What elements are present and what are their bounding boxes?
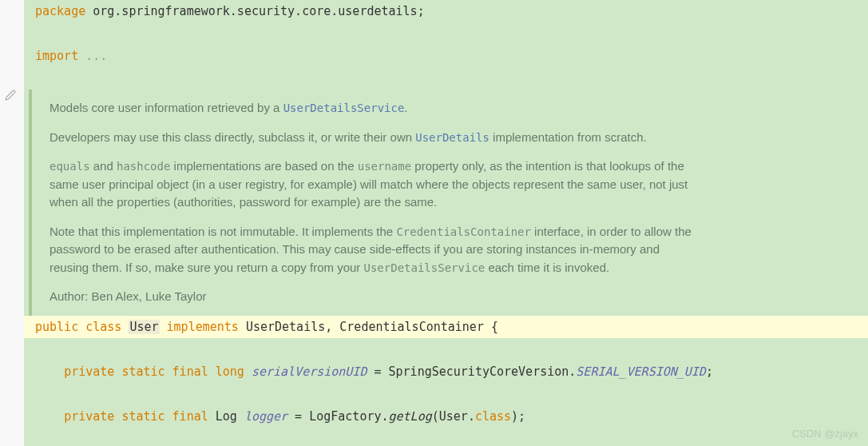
code-line-blank [24,22,868,45]
doc-paragraph: Note that this implementation is not imm… [50,223,692,277]
pencil-icon [5,90,16,103]
doc-paragraph: Models core user information retrieved b… [50,99,692,117]
watermark-text: CSDN @zjayx [792,428,858,440]
code-line-blank [24,67,868,90]
doc-link-userdetailsservice[interactable]: UserDetailsService [283,102,405,114]
doc-author: Author: Ben Alex, Luke Taylor [50,288,692,306]
doc-paragraph: Developers may use this class directly, … [50,129,692,147]
text-cursor[interactable]: User [129,320,159,334]
javadoc-block: Models core user information retrieved b… [29,90,868,316]
doc-link-userdetails[interactable]: UserDetails [415,131,489,144]
code-line-field: private static final long serialVersionU… [24,360,868,383]
code-line-class-decl: public class User implements UserDetails… [24,316,868,338]
code-line-import[interactable]: import ... [24,45,868,67]
code-line-package: package org.springframework.security.cor… [24,0,868,22]
editor-gutter [0,0,24,446]
code-line-field: private static final Log logger = LogFac… [24,405,868,428]
doc-paragraph: equals and hashcode implementations are … [50,157,692,212]
code-editor[interactable]: package org.springframework.security.cor… [24,0,868,446]
code-line-blank [24,338,868,360]
code-line-blank [24,383,868,405]
